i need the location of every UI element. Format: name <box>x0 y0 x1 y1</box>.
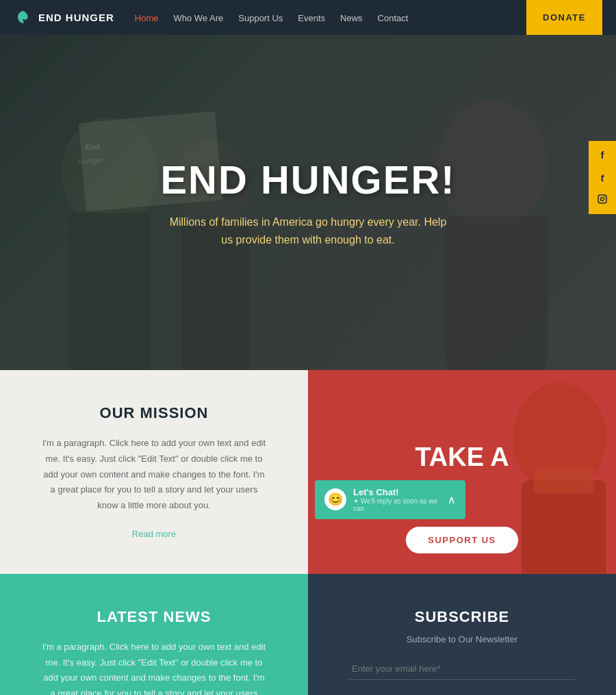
mission-section: OUR MISSION I'm a paragraph. Click here … <box>0 370 308 574</box>
hero-section: End Hunger END HUNGER! Millions of famil… <box>0 35 616 370</box>
navbar: END HUNGER Home Who We Are Support Us Ev… <box>0 0 616 35</box>
email-input[interactable] <box>349 658 575 680</box>
subscribe-section: SUBSCRIBE Subscribe to Our Newsletter Jo… <box>308 574 616 695</box>
instagram-icon[interactable] <box>598 194 607 206</box>
svg-point-11 <box>601 198 604 201</box>
news-paragraph: I'm a paragraph. Click here to add your … <box>41 640 267 695</box>
svg-point-12 <box>604 196 606 198</box>
subscribe-heading: SUBSCRIBE <box>349 608 575 626</box>
svg-rect-10 <box>598 195 606 203</box>
mission-paragraph: I'm a paragraph. Click here to add your … <box>41 436 267 514</box>
nav-item-support[interactable]: Support Us <box>238 12 283 24</box>
chat-text: Let's Chat! ✦ We'll reply as soon as we … <box>353 487 441 512</box>
logo-icon <box>14 8 33 27</box>
nav-link-home[interactable]: Home <box>135 13 159 23</box>
twitter-icon[interactable]: t <box>601 172 604 183</box>
nav-item-home[interactable]: Home <box>135 12 159 24</box>
chat-title: Let's Chat! <box>353 487 441 497</box>
chat-close-icon[interactable]: ∧ <box>448 493 456 506</box>
hero-title: END HUNGER! <box>160 157 455 202</box>
nav-item-contact[interactable]: Contact <box>378 12 409 24</box>
pledge-title-line1: TAKE A <box>415 443 509 472</box>
nav-item-who[interactable]: Who We Are <box>174 12 224 24</box>
instagram-svg <box>598 194 607 204</box>
nav-item-news[interactable]: News <box>340 12 363 24</box>
news-heading: LATEST NEWS <box>41 608 267 626</box>
subscribe-sub-label: Subscribe to Our Newsletter <box>349 634 575 644</box>
nav-link-news[interactable]: News <box>340 13 363 23</box>
mission-read-more[interactable]: Read more <box>132 529 176 539</box>
donate-button[interactable]: DONATE <box>526 0 602 35</box>
social-sidebar: f t <box>589 141 616 214</box>
mission-heading: OUR MISSION <box>41 404 267 422</box>
chat-widget[interactable]: 😊 Let's Chat! ✦ We'll reply as soon as w… <box>315 480 465 519</box>
hero-subtitle: Millions of families in America go hungr… <box>164 213 452 248</box>
nav-link-contact[interactable]: Contact <box>378 13 409 23</box>
nav-links: Home Who We Are Support Us Events News C… <box>135 12 409 24</box>
pledge-section: 😊 Let's Chat! ✦ We'll reply as soon as w… <box>308 370 616 574</box>
sections-grid: OUR MISSION I'm a paragraph. Click here … <box>0 370 616 695</box>
nav-link-events[interactable]: Events <box>298 13 325 23</box>
nav-item-events[interactable]: Events <box>298 12 325 24</box>
hero-content: END HUNGER! Millions of families in Amer… <box>146 157 469 248</box>
nav-link-who[interactable]: Who We Are <box>174 13 224 23</box>
news-section: LATEST NEWS I'm a paragraph. Click here … <box>0 574 308 695</box>
nav-link-support[interactable]: Support Us <box>238 13 283 23</box>
support-us-button[interactable]: SUPPORT US <box>406 527 518 553</box>
facebook-icon[interactable]: f <box>601 149 604 161</box>
chat-avatar: 😊 <box>324 488 346 510</box>
chat-subtitle: ✦ We'll reply as soon as we can <box>353 497 441 512</box>
logo[interactable]: END HUNGER <box>14 8 114 27</box>
logo-text: END HUNGER <box>38 12 114 23</box>
